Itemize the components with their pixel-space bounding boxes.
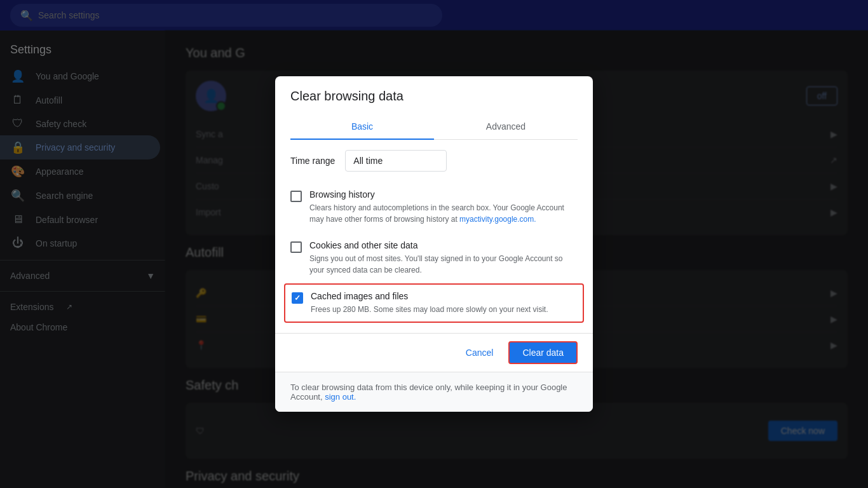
time-range-select-wrapper: Last hour Last 24 hours Last 7 days Last… — [345, 150, 447, 172]
tab-advanced[interactable]: Advanced — [434, 114, 578, 139]
cookies-item: Cookies and other site data Signs you ou… — [290, 233, 578, 283]
time-range-row: Time range Last hour Last 24 hours Last … — [290, 150, 578, 172]
time-range-label: Time range — [290, 156, 335, 166]
cookies-checkbox[interactable] — [290, 241, 302, 253]
cancel-button[interactable]: Cancel — [456, 342, 504, 363]
time-range-select[interactable]: Last hour Last 24 hours Last 7 days Last… — [345, 150, 447, 172]
cached-images-item: Cached images and files Frees up 280 MB.… — [284, 283, 584, 323]
cached-images-content: Cached images and files Frees up 280 MB.… — [311, 291, 576, 315]
cookies-desc: Signs you out of most sites. You'll stay… — [309, 253, 578, 276]
dialog-title: Clear browsing data — [290, 89, 578, 104]
sign-out-link[interactable]: sign out. — [325, 392, 356, 402]
myactivity-link[interactable]: myactivity.google.com. — [459, 215, 536, 224]
clear-data-button[interactable]: Clear data — [508, 341, 578, 364]
clear-browsing-data-dialog: Clear browsing data Basic Advanced Time … — [275, 76, 593, 412]
cookies-title: Cookies and other site data — [309, 240, 578, 250]
browsing-history-content: Browsing history Clears history and auto… — [309, 189, 578, 225]
cookies-content: Cookies and other site data Signs you ou… — [309, 240, 578, 276]
dialog-footer: Cancel Clear data — [275, 333, 593, 372]
dialog-tabs: Basic Advanced — [290, 114, 578, 140]
tab-basic-label: Basic — [351, 121, 373, 132]
browsing-history-title: Browsing history — [309, 189, 578, 200]
dialog-note: To clear browsing data from this device … — [275, 372, 593, 412]
dialog-header: Clear browsing data Basic Advanced — [275, 76, 593, 140]
tab-basic[interactable]: Basic — [290, 114, 434, 139]
cached-images-checkbox[interactable] — [292, 292, 303, 304]
dialog-body: Time range Last hour Last 24 hours Last … — [275, 140, 593, 333]
browsing-history-item: Browsing history Clears history and auto… — [290, 182, 578, 233]
tab-advanced-label: Advanced — [486, 121, 526, 132]
cached-images-title: Cached images and files — [311, 291, 576, 301]
browsing-history-checkbox[interactable] — [290, 191, 302, 202]
browsing-history-desc: Clears history and autocompletions in th… — [309, 202, 578, 225]
cached-images-desc: Frees up 280 MB. Some sites may load mor… — [311, 304, 576, 315]
